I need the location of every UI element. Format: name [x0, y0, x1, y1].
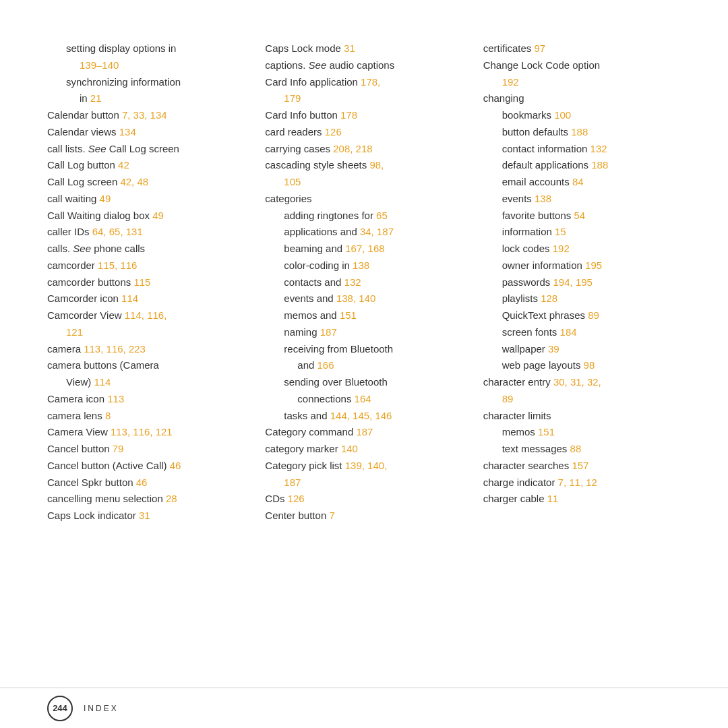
- list-item: charge indicator 7, 11, 12: [483, 475, 681, 491]
- list-item: Cancel button (Active Call) 46: [47, 458, 245, 475]
- list-item: Call Waiting dialog box 49: [47, 208, 245, 224]
- list-item: Camera icon 113: [47, 391, 245, 408]
- list-item: web page layouts 98: [483, 357, 681, 374]
- list-item: Category command 187: [265, 424, 462, 441]
- list-item: naming 187: [265, 324, 462, 341]
- list-item: card readers 126: [265, 124, 462, 141]
- page-number-badge: 244: [47, 696, 73, 721]
- list-item: character searches 157: [483, 458, 681, 475]
- list-item: beaming and 167, 168: [265, 241, 462, 257]
- page-number: 244: [53, 703, 67, 713]
- page-content: setting display options in139–140synchro…: [0, 0, 728, 661]
- list-item: email accounts 84: [483, 174, 681, 191]
- list-item: Camcorder View 114, 116,: [47, 307, 245, 324]
- list-item: certificates 97: [483, 40, 681, 57]
- list-item: Cancel button 79: [47, 441, 245, 458]
- list-item: charger cable 11: [483, 491, 681, 508]
- list-item: contact information 132: [483, 141, 681, 158]
- list-item: Card Info button 178: [265, 107, 462, 124]
- list-item: Camera View 113, 116, 121: [47, 424, 245, 441]
- list-item: information 15: [483, 224, 681, 241]
- list-item: call waiting 49: [47, 191, 245, 208]
- list-item: cascading style sheets 98,: [265, 157, 462, 174]
- list-item: category marker 140: [265, 441, 462, 458]
- list-item: Caps Lock mode 31: [265, 40, 462, 57]
- list-item: passwords 194, 195: [483, 274, 681, 291]
- footer: 244 INDEX: [0, 688, 728, 728]
- list-item: wallpaper 39: [483, 341, 681, 358]
- list-item: Cancel Spkr button 46: [47, 475, 245, 491]
- list-item: Camcorder icon 114: [47, 291, 245, 307]
- list-item: events 138: [483, 191, 681, 208]
- list-item: Center button 7: [265, 508, 462, 524]
- column-col1: setting display options in139–140synchro…: [47, 40, 265, 634]
- list-item: 192: [483, 74, 681, 91]
- list-item: 179: [265, 90, 462, 107]
- list-item: screen fonts 184: [483, 324, 681, 341]
- list-item: caller IDs 64, 65, 131: [47, 224, 245, 241]
- list-item: connections 164: [265, 391, 462, 408]
- list-item: categories: [265, 191, 462, 208]
- list-item: sending over Bluetooth: [265, 374, 462, 391]
- list-item: receiving from Bluetooth: [265, 341, 462, 358]
- list-item: 105: [265, 174, 462, 191]
- column-col3: certificates 97Change Lock Code option19…: [483, 40, 681, 634]
- list-item: default applications 188: [483, 157, 681, 174]
- list-item: 187: [265, 475, 462, 491]
- list-item: color-coding in 138: [265, 257, 462, 274]
- list-item: Calendar button 7, 33, 134: [47, 107, 245, 124]
- list-item: calls. See phone calls: [47, 241, 245, 257]
- list-item: memos 151: [483, 424, 681, 441]
- list-item: favorite buttons 54: [483, 208, 681, 224]
- list-item: contacts and 132: [265, 274, 462, 291]
- list-item: applications and 34, 187: [265, 224, 462, 241]
- list-item: camcorder 115, 116: [47, 257, 245, 274]
- list-item: camcorder buttons 115: [47, 274, 245, 291]
- list-item: character limits: [483, 408, 681, 425]
- list-item: camera buttons (Camera: [47, 357, 245, 374]
- list-item: synchronizing information: [47, 74, 245, 91]
- list-item: Calendar views 134: [47, 124, 245, 141]
- list-item: adding ringtones for 65: [265, 208, 462, 224]
- column-col2: Caps Lock mode 31captions. See audio cap…: [265, 40, 483, 634]
- list-item: and 166: [265, 357, 462, 374]
- list-item: captions. See audio captions: [265, 57, 462, 74]
- list-item: bookmarks 100: [483, 107, 681, 124]
- list-item: carrying cases 208, 218: [265, 141, 462, 158]
- list-item: Change Lock Code option: [483, 57, 681, 74]
- list-item: camera 113, 116, 223: [47, 341, 245, 358]
- list-item: Category pick list 139, 140,: [265, 458, 462, 475]
- list-item: 139–140: [47, 57, 245, 74]
- list-item: in 21: [47, 90, 245, 107]
- list-item: changing: [483, 90, 681, 107]
- footer-label: INDEX: [84, 704, 119, 713]
- list-item: Call Log screen 42, 48: [47, 174, 245, 191]
- list-item: Call Log button 42: [47, 157, 245, 174]
- list-item: call lists. See Call Log screen: [47, 141, 245, 158]
- list-item: camera lens 8: [47, 408, 245, 425]
- list-item: text messages 88: [483, 441, 681, 458]
- list-item: button defaults 188: [483, 124, 681, 141]
- list-item: playlists 128: [483, 291, 681, 307]
- list-item: lock codes 192: [483, 241, 681, 257]
- list-item: cancelling menu selection 28: [47, 491, 245, 508]
- list-item: 121: [47, 324, 245, 341]
- list-item: View) 114: [47, 374, 245, 391]
- list-item: events and 138, 140: [265, 291, 462, 307]
- list-item: CDs 126: [265, 491, 462, 508]
- list-item: tasks and 144, 145, 146: [265, 408, 462, 425]
- list-item: character entry 30, 31, 32,: [483, 374, 681, 391]
- list-item: Card Info application 178,: [265, 74, 462, 91]
- list-item: QuickText phrases 89: [483, 307, 681, 324]
- list-item: 89: [483, 391, 681, 408]
- list-item: owner information 195: [483, 257, 681, 274]
- list-item: memos and 151: [265, 307, 462, 324]
- list-item: setting display options in: [47, 40, 245, 57]
- list-item: Caps Lock indicator 31: [47, 508, 245, 524]
